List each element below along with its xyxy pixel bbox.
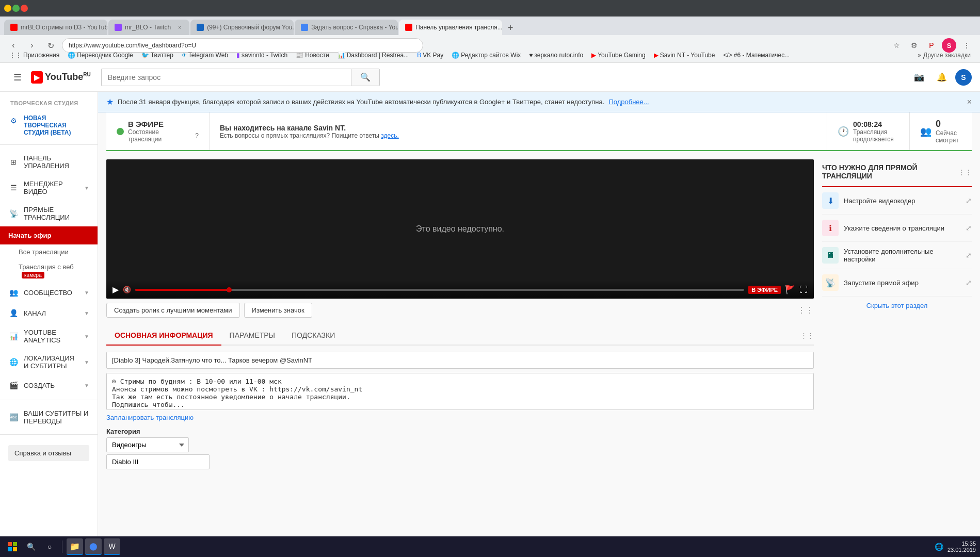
hide-section-link[interactable]: Скрыть этот раздел: [822, 297, 972, 315]
settings-label[interactable]: Установите дополнительные настройки: [844, 248, 960, 263]
panel-item-start-live: 📡 Запустите прямой эфир ⤢: [822, 269, 972, 297]
video-player[interactable]: Это видео недоступно. ▶ 🔇 В ЭФИРЕ 🚩: [106, 159, 814, 299]
description-textarea[interactable]: ⊙ Стримы по будням : В 10-00 или 11-00 м…: [106, 373, 814, 410]
live-badge[interactable]: В ЭФИРЕ: [748, 286, 781, 294]
new-tab-button[interactable]: +: [503, 21, 518, 35]
info-icon[interactable]: ?: [195, 132, 199, 139]
questions-link[interactable]: здесь.: [381, 132, 399, 139]
search-input[interactable]: [101, 69, 351, 86]
fullscreen-button[interactable]: ⛶: [799, 285, 808, 294]
sidebar-item-video-manager[interactable]: ☰ МЕНЕДЖЕР ВИДЕО ▼: [0, 175, 98, 201]
bookmark-telegram[interactable]: ✈ Telegram Web: [179, 51, 231, 60]
search-box[interactable]: 🔍: [101, 69, 380, 86]
sidebar-item-channel[interactable]: 👤 КАНАЛ ▼: [0, 303, 98, 323]
bookmark-dashboard[interactable]: 📊 Dashboard | Restrea...: [334, 51, 412, 60]
title-input[interactable]: [106, 352, 814, 369]
banner-close-button[interactable]: ×: [967, 97, 972, 107]
category-select[interactable]: Видеоигры: [106, 437, 189, 452]
panel-item-details: ℹ Укажите сведения о трансляции ⤢: [822, 215, 972, 242]
drag-icon[interactable]: ⋮⋮: [958, 168, 972, 176]
star-icon[interactable]: ☆: [889, 38, 904, 53]
tab-favicon-5: [405, 24, 412, 31]
taskbar-cortana-icon[interactable]: ○: [41, 538, 58, 555]
taskbar-search-icon[interactable]: 🔍: [23, 538, 39, 555]
network-icon[interactable]: 🌐: [935, 543, 943, 551]
svg-rect-3: [13, 547, 17, 551]
sidebar-item-new-studio[interactable]: ⚙ НОВАЯ ТВОРЧЕСКАЯ СТУДИЯ (BETA): [0, 110, 98, 140]
sidebar-item-dashboard[interactable]: ⊞ ПАНЕЛЬ УПРАВЛЕНИЯ: [0, 149, 98, 175]
taskbar-wordpress-icon[interactable]: W: [104, 538, 120, 555]
bookmark-vkpay[interactable]: В VK Pay: [414, 51, 446, 60]
start-live-label[interactable]: Запустите прямой эфир: [844, 279, 960, 287]
sidebar-sub-webcam[interactable]: Трансляция с веб камера: [0, 259, 98, 282]
sidebar-item-subtitles[interactable]: 🔤 ВАШИ СУБТИТРЫ И ПЕРЕВОДЫ: [0, 404, 98, 430]
viewers-count: 0: [936, 119, 961, 129]
bookmark-wix[interactable]: 🌐 Редактор сайтов Wix: [448, 51, 524, 60]
sidebar-sub-start-broadcast[interactable]: Начать эфир: [0, 226, 98, 244]
progress-thumb: [227, 287, 232, 292]
flag-button[interactable]: 🚩: [785, 285, 795, 294]
play-button[interactable]: ▶: [113, 285, 119, 294]
start-live-expand-icon[interactable]: ⤢: [966, 278, 972, 287]
bookmark-news[interactable]: 📰 Новости: [293, 51, 332, 60]
browser-tab-3[interactable]: (99+) Справочный форум You... ×: [190, 20, 294, 35]
youtube-main: ТВОРЧЕСКАЯ СТУДИЯ ⚙ НОВАЯ ТВОРЧЕСКАЯ СТУ…: [0, 92, 980, 557]
sidebar-item-localization[interactable]: 🌐 ЛОКАЛИЗАЦИЯ И СУБТИТРЫ ▼: [0, 349, 98, 375]
bookmark-apps[interactable]: ⋮⋮ Приложения: [6, 51, 62, 60]
start-button[interactable]: [4, 538, 21, 555]
sidebar-item-analytics[interactable]: 📊 YOUTUBE ANALYTICS ▼: [0, 323, 98, 349]
taskbar-separator-1: [62, 540, 62, 553]
taskbar-explorer-icon[interactable]: 📁: [67, 538, 83, 555]
tabs-grid-icon[interactable]: ⋮⋮: [800, 332, 814, 339]
window-controls[interactable]: ─ □ ×: [4, 5, 28, 12]
bookmark-telegram-label: Telegram Web: [188, 52, 228, 59]
encoder-expand-icon[interactable]: ⤢: [966, 196, 972, 205]
tab-basic-info[interactable]: ОСНОВНАЯ ИНФОРМАЦИЯ: [106, 326, 221, 346]
search-button[interactable]: 🔍: [351, 69, 380, 86]
sidebar-sub-all-broadcasts[interactable]: Все трансляции: [0, 244, 98, 259]
sidebar-subtitles-label: ВАШИ СУБТИТРЫ И ПЕРЕВОДЫ: [24, 409, 89, 425]
details-expand-icon[interactable]: ⤢: [966, 224, 972, 232]
settings-expand-icon[interactable]: ⤢: [966, 251, 972, 259]
maximize-button[interactable]: □: [12, 5, 20, 12]
encoder-label[interactable]: Настройте видеокодер: [844, 197, 960, 205]
hamburger-menu-button[interactable]: ☰: [8, 68, 27, 87]
mute-button[interactable]: 🔇: [123, 286, 131, 293]
user-avatar[interactable]: S: [955, 69, 972, 86]
browser-tab-5[interactable]: Панель управления трансля... ×: [399, 20, 502, 35]
bookmark-translate[interactable]: 🌐 Переводчик Google: [65, 51, 136, 60]
browser-tab-2[interactable]: mr_BLO - Twitch ×: [108, 20, 189, 35]
tab-close-2[interactable]: ×: [176, 24, 183, 31]
game-input[interactable]: [106, 454, 210, 469]
bookmark-twitter[interactable]: 🐦 Твиттер: [138, 51, 176, 60]
bookmark-math[interactable]: </> #6 - Математичес...: [720, 51, 793, 60]
notifications-button[interactable]: 🔔: [933, 68, 951, 87]
bookmark-ytgaming[interactable]: ▶ YouTube Gaming: [588, 51, 649, 60]
live-start-icon: 📡: [822, 274, 839, 291]
bookmark-wix-label: Редактор сайтов Wix: [461, 52, 521, 59]
change-thumbnail-button[interactable]: Изменить значок: [244, 303, 312, 318]
browser-tab-4[interactable]: Задать вопрос - Справка - You... ×: [295, 20, 398, 35]
minimize-button[interactable]: ─: [4, 5, 11, 12]
more-bookmarks[interactable]: » Другие закладки: [914, 51, 974, 60]
tab-hints[interactable]: ПОДСКАЗКИ: [283, 326, 343, 346]
sidebar-item-community[interactable]: 👥 СООБЩЕСТВО ▼: [0, 282, 98, 303]
upload-button[interactable]: 📷: [910, 68, 928, 87]
bookmark-rutor[interactable]: ♥ зеркало rutor.info: [526, 51, 586, 60]
schedule-link[interactable]: Запланировать трансляцию: [106, 412, 194, 423]
create-clip-button[interactable]: Создать ролик с лучшими моментами: [106, 303, 240, 318]
bookmark-twitch[interactable]: ▮ savinntd - Twitch: [233, 51, 291, 60]
details-label[interactable]: Укажите сведения о трансляции: [844, 224, 960, 232]
grid-icon[interactable]: ⋮⋮: [797, 305, 814, 315]
sidebar-item-create[interactable]: 🎬 СОЗДАТЬ ▼: [0, 375, 98, 396]
help-button[interactable]: Справка и отзывы: [8, 445, 89, 461]
progress-bar[interactable]: [135, 289, 744, 291]
close-button[interactable]: ×: [21, 5, 28, 12]
youtube-logo[interactable]: ▶ YouTubeRU: [31, 71, 91, 84]
sidebar-item-live[interactable]: 📡 ПРЯМЫЕ ТРАНСЛЯЦИИ: [0, 201, 98, 226]
taskbar-chrome-icon[interactable]: ⬤: [85, 538, 102, 555]
bookmark-savinyt[interactable]: ▶ Savin NT - YouTube: [651, 51, 718, 60]
browser-tab-1[interactable]: mrBLO стримы по D3 - YouTube ×: [4, 20, 107, 35]
tab-parameters[interactable]: ПАРАМЕТРЫ: [221, 326, 283, 346]
banner-link[interactable]: Подробнее...: [608, 98, 649, 106]
